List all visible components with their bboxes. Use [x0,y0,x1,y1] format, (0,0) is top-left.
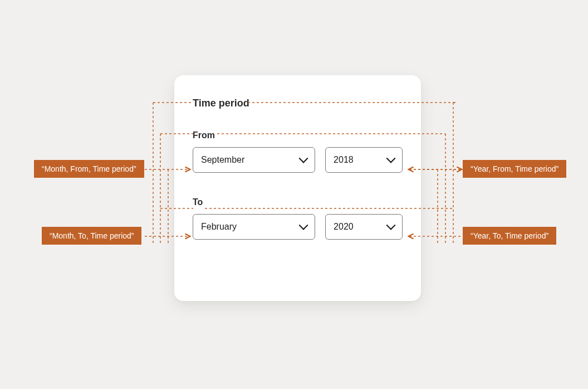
to-group: To February 2020 [193,197,403,240]
to-selects: February 2020 [193,214,403,240]
from-group: From September 2018 [193,130,403,173]
to-year-value: 2020 [334,222,354,232]
annotation-year-to: “Year, To, Time period” [463,227,556,245]
time-period-card: Time period From September 2018 To Febru… [174,75,421,301]
from-selects: September 2018 [193,147,403,173]
from-label: From [193,130,403,140]
annotation-year-from: “Year, From, Time period” [463,160,566,178]
chevron-down-icon [299,221,308,230]
chevron-down-icon [299,154,308,163]
chevron-down-icon [386,154,396,163]
annotation-month-from: “Month, From, Time period” [34,160,144,178]
from-year-value: 2018 [334,155,354,165]
to-month-value: February [201,222,237,232]
card-title: Time period [193,98,403,109]
to-label: To [193,197,403,207]
annotation-month-to: “Month, To, Time period” [42,227,141,245]
to-year-select[interactable]: 2020 [325,214,403,240]
to-month-select[interactable]: February [193,214,315,240]
from-year-select[interactable]: 2018 [325,147,403,173]
from-month-value: September [201,155,244,165]
chevron-down-icon [386,221,396,230]
from-month-select[interactable]: September [193,147,315,173]
